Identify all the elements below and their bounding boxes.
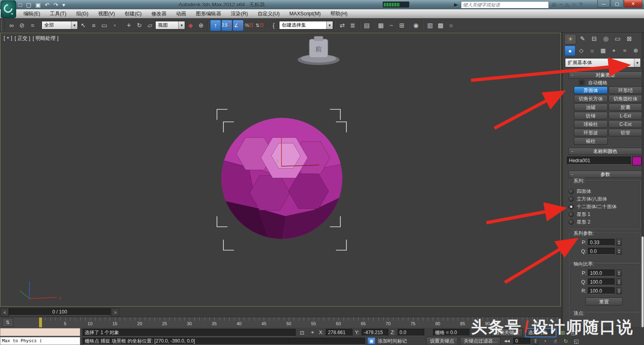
toolbar-grip[interactable] [1,20,5,31]
tab-create[interactable]: ☀ [565,34,576,44]
select-object-icon[interactable]: ↖ [78,20,88,31]
axis-q-field[interactable]: 100.0 [588,278,615,285]
tab-display[interactable]: ▭ [612,34,623,44]
percent-snap-icon[interactable]: %Ω [244,20,254,31]
frame-spinner[interactable]: ▲▼ [533,338,538,345]
subscription-key-icon[interactable]: ¬ [559,2,562,8]
radio-dodec-icos[interactable]: 十二面体/二十面体 [569,203,617,210]
key-mode-icon[interactable]: ¬ [481,329,489,336]
frame-forward-button[interactable]: > [111,308,119,316]
select-by-name-icon[interactable]: ≡ [89,20,99,31]
frame-back-button[interactable]: < [1,308,9,316]
selected-object-dropdown[interactable]: 选定对象 ▾ [525,328,556,337]
param-q-spinner[interactable]: ▲▼ [616,248,622,255]
z-coordinate-field[interactable]: 0.0 [398,329,424,336]
rollout-parameters[interactable]: - 参数 [569,171,642,178]
object-color-swatch[interactable] [632,157,642,165]
reference-coordinate-dropdown[interactable]: 视图 ▾ [155,21,185,29]
button-gengon[interactable]: 球棱柱 [574,120,608,128]
autogrid-checkbox[interactable] [579,80,584,85]
align-icon[interactable]: ≣ [348,20,358,31]
graphite-ribbon-toggle-icon[interactable]: ▦ [376,20,386,31]
tab-utilities[interactable]: ⊠ [624,34,635,44]
go-to-start-icon[interactable]: ◀◀ [503,337,511,345]
menu-maxscript[interactable]: MAXScript(M) [284,11,325,17]
curve-editor-icon[interactable]: ~ [386,20,396,31]
time-configuration-icon[interactable]: ◔ [541,337,549,345]
axis-r-field[interactable]: 100.0 [588,287,615,294]
selection-filter-dropdown[interactable]: 全部 ▾ [42,21,78,29]
maxscript-listener-pink[interactable] [0,328,80,336]
category-shapes[interactable]: ◇ [576,46,586,55]
material-editor-icon[interactable]: ◉ [411,20,421,31]
named-selection-sets-dropdown[interactable]: 创建选择集 ▾ [279,21,333,29]
menu-modifiers[interactable]: 修改器 [146,10,171,17]
auto-key-button[interactable]: 自动关键点 [491,328,523,337]
rendered-frame-window-icon[interactable]: ▩ [436,20,446,31]
axis-p-spinner[interactable]: ▲▼ [616,270,622,276]
help-icon[interactable]: ? [579,2,582,8]
button-l-ext[interactable]: L-Ext [609,112,642,119]
menu-customize[interactable]: 自定义(U) [253,10,285,17]
select-and-link-icon[interactable]: ∞ [6,20,17,31]
infocenter-arrow-icon[interactable]: ▶ [454,2,458,8]
category-cameras[interactable]: ▦ [598,46,608,55]
viewport-menu-view[interactable]: [ 正交 ] [15,35,30,42]
menu-group[interactable]: 组(G) [71,10,94,17]
use-pivot-point-icon[interactable]: ◆ [185,20,196,31]
button-chamfercyl[interactable]: 切角圆柱体 [609,95,642,102]
add-time-tag-label[interactable]: 添加时间标记 [378,338,407,345]
pan-hand-icon[interactable]: ☝ [551,337,559,345]
mini-curve-editor-button[interactable]: ⇅ [2,318,13,327]
radio-cube-octa[interactable]: 立方体/八面体 [569,196,607,203]
snaps-toggle-icon[interactable]: 2.5Ω [221,20,232,31]
button-prism[interactable]: 棱柱 [574,137,608,145]
button-oiltank[interactable]: 油罐 [574,103,608,111]
time-slider[interactable]: 0 / 100 [9,308,110,316]
menu-create[interactable]: 创建(C) [120,10,146,17]
radio-star1[interactable]: 星形 1 [569,211,590,218]
button-chamferbox[interactable]: 切角长方体 [574,95,608,102]
unlink-selection-icon[interactable]: ⊘ [17,20,27,31]
viewport-menu-shading[interactable]: [ 明暗处理 ] [33,35,58,42]
angle-snap-icon[interactable]: ∠Ω [233,20,244,31]
orbit-icon[interactable]: ↻ [562,337,570,345]
category-helpers[interactable]: ⌖ [609,46,619,55]
render-setup-icon[interactable]: ▥ [425,20,435,31]
button-hose[interactable]: 软管 [609,129,642,136]
select-scale-icon[interactable]: ▱ [145,20,155,31]
button-capsule[interactable]: 胶囊 [609,103,642,111]
selection-lock-icon[interactable]: ⊡ [298,329,306,336]
rect-selection-region-icon[interactable]: ▭ [99,20,109,31]
zoom-extents-all-icon[interactable]: ⊞ [559,329,567,336]
select-rotate-icon[interactable]: ↻ [134,20,144,31]
favorites-star-icon[interactable]: ☆ [572,2,577,8]
time-marker[interactable] [39,317,42,328]
restore-button[interactable]: ▢ [611,0,623,8]
radio-star2[interactable]: 星形 2 [569,219,590,226]
schematic-view-icon[interactable]: ⊞ [397,20,407,31]
viewport[interactable]: [ + ] [ 正交 ] [ 明暗处理 ] [0,33,561,307]
search-icon[interactable]: ◎ [552,2,556,8]
category-lights[interactable]: ☼ [587,46,597,55]
menu-animation[interactable]: 动画 [171,10,191,17]
app-menu-logo[interactable] [1,0,16,18]
minimize-button[interactable]: — [597,0,610,8]
absolute-mode-icon[interactable]: ⌖ [308,329,317,336]
button-hedra[interactable]: 异面体 [574,86,608,94]
menu-tools[interactable]: 工具(T) [45,10,71,17]
maximize-viewport-icon[interactable]: ◱ [572,337,580,345]
button-c-ext[interactable]: C-Ext [609,120,642,128]
layer-manager-icon[interactable]: ▤ [362,20,372,31]
viewport-menu-plus[interactable]: [ + ] [4,35,12,42]
select-move-icon[interactable]: + [124,20,134,31]
scene-canvas[interactable]: y x 前 [0,33,561,306]
set-key-button[interactable]: 设置关键点 [426,337,458,345]
spinner-snap-icon[interactable]: ⇅Ω [254,20,265,31]
menu-views[interactable]: 视图(V) [93,10,120,17]
rollout-object-type[interactable]: - 对象类型 [569,71,642,79]
render-production-icon[interactable]: ○ [446,20,456,31]
rollout-name-color[interactable]: - 名称和颜色 [569,148,642,155]
maxscript-listener-white[interactable]: Max to Physcs ( [0,337,80,345]
window-crossing-icon[interactable]: ▫ [110,20,120,31]
